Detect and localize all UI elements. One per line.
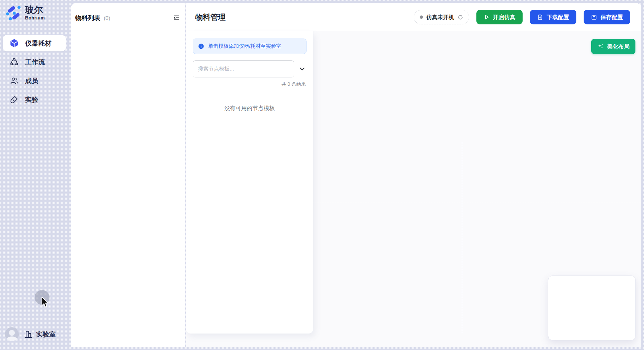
template-hint-text: 单击模板添加仪器/耗材至实验室: [208, 43, 281, 50]
info-icon: [198, 43, 204, 49]
sidebar-item-label: 仪器耗材: [25, 39, 51, 48]
page-title: 物料管理: [195, 12, 226, 22]
simulation-status-pill[interactable]: 仿真未开机: [414, 10, 469, 24]
status-label: 仿真未开机: [426, 14, 454, 21]
materials-list-header: 物料列表 (0): [71, 3, 185, 22]
workflow-icon: [9, 57, 19, 67]
cube-icon: [9, 38, 19, 48]
sidebar-nav: 仪器耗材 工作流 成员: [3, 35, 66, 110]
main-header: 物料管理 仿真未开机 开启仿真 下载: [186, 3, 641, 31]
bohrium-logo-icon: [5, 5, 22, 21]
play-icon: [484, 14, 490, 20]
sidebar-item-experiments[interactable]: 实验: [3, 91, 66, 108]
header-actions: 仿真未开机 开启仿真 下载配置: [414, 10, 630, 24]
sidebar-footer: 实验室: [5, 327, 56, 341]
test-tube-icon: [9, 95, 19, 104]
app-logo: 玻尔 Bohrium: [5, 5, 45, 21]
collapse-panel-icon[interactable]: [173, 14, 180, 21]
sidebar-item-label: 实验: [25, 95, 38, 104]
main-area: 物料管理 仿真未开机 开启仿真 下载: [186, 3, 641, 347]
canvas-guide-horizontal: [313, 203, 641, 203]
sidebar-item-instruments[interactable]: 仪器耗材: [3, 35, 66, 51]
materials-list-title: 物料列表: [75, 15, 100, 21]
beautify-layout-label: 美化布局: [607, 43, 629, 50]
start-simulation-button[interactable]: 开启仿真: [476, 10, 523, 24]
minimap[interactable]: [548, 276, 636, 340]
search-template-input[interactable]: [193, 60, 294, 77]
download-file-icon: [537, 14, 543, 20]
refresh-icon[interactable]: [458, 15, 463, 20]
results-count: 共 0 条结果: [186, 81, 306, 87]
empty-templates-text: 没有可用的节点模板: [186, 104, 313, 112]
template-hint-banner: 单击模板添加仪器/耗材至实验室: [193, 39, 306, 54]
download-config-label: 下载配置: [547, 14, 569, 21]
canvas-guide-vertical: [462, 142, 462, 333]
materials-list-panel: 物料列表 (0): [71, 3, 185, 347]
sidebar-item-label: 工作流: [25, 58, 45, 67]
sidebar: 玻尔 Bohrium 仪器耗材 工作流: [0, 0, 71, 350]
sidebar-item-workflow[interactable]: 工作流: [3, 54, 66, 70]
start-simulation-label: 开启仿真: [493, 14, 515, 21]
members-icon: [9, 76, 19, 86]
lab-label: 实验室: [36, 330, 56, 339]
logo-title: 玻尔: [25, 5, 45, 15]
save-icon: [591, 14, 597, 20]
materials-list-count: (0): [104, 15, 110, 21]
download-config-button[interactable]: 下载配置: [530, 10, 576, 24]
beautify-layout-button[interactable]: 美化布局: [591, 39, 635, 54]
sparkles-icon: [597, 43, 604, 50]
template-panel: 单击模板添加仪器/耗材至实验室 共 0 条结果 没有可用的节点模板: [186, 31, 313, 334]
avatar[interactable]: [5, 327, 19, 341]
sidebar-item-label: 成员: [25, 76, 38, 85]
chevron-down-icon[interactable]: [298, 65, 306, 73]
flow-canvas[interactable]: 单击模板添加仪器/耗材至实验室 共 0 条结果 没有可用的节点模板 美化布局: [186, 31, 641, 347]
save-config-label: 保存配置: [600, 14, 623, 21]
lab-switcher[interactable]: 实验室: [24, 330, 56, 339]
sidebar-item-members[interactable]: 成员: [3, 73, 66, 89]
status-dot: [420, 15, 423, 19]
save-config-button[interactable]: 保存配置: [584, 10, 630, 24]
building-icon: [24, 330, 33, 339]
logo-subtitle: Bohrium: [25, 15, 45, 20]
